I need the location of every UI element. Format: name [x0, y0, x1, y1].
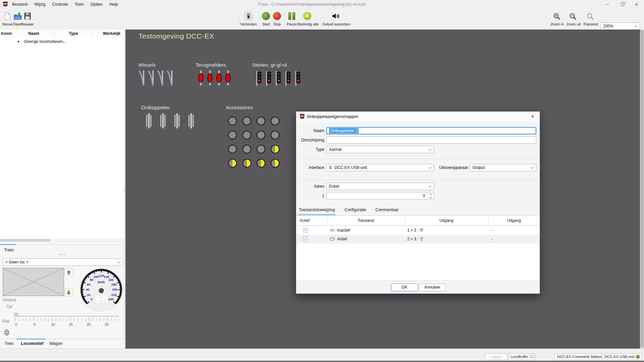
accessoire-button[interactable]	[228, 117, 237, 125]
ontkoppelaar-icon[interactable]	[160, 113, 166, 128]
accessoire-button[interactable]	[257, 145, 265, 154]
command-station-status[interactable]: DCC-EX Command Station	[555, 353, 609, 360]
scrollbar-thumb[interactable]	[0, 239, 50, 242]
usb-unit-status[interactable]: DCC-EX USB-unit	[602, 353, 642, 360]
col-uitgang-1[interactable]: Uitgang	[405, 216, 488, 226]
table-row[interactable]: ✓ Inactief 1 = 3 : '0' -	[296, 226, 540, 235]
col-toestand[interactable]: Toestand	[327, 216, 405, 226]
tree-header-blank[interactable]	[93, 29, 98, 38]
accessoire-button[interactable]	[228, 145, 237, 154]
speed-up-button[interactable]	[65, 268, 73, 276]
sein-icon[interactable]	[285, 71, 290, 86]
tree-header-icoon[interactable]: Icoon	[0, 29, 13, 38]
sein-icon[interactable]	[295, 71, 300, 86]
adres-number-input[interactable]: 3	[326, 192, 434, 199]
stop-button[interactable]	[273, 12, 281, 20]
interface-select[interactable]: SDCC-EX USB-unit	[326, 164, 434, 171]
accessoire-button[interactable]	[228, 131, 237, 139]
scrollbar-thumb[interactable]	[640, 30, 644, 348]
terugmelder-icon[interactable]	[225, 70, 231, 85]
actief-checkbox[interactable]: ✓	[303, 228, 308, 233]
col-actief[interactable]: Actief	[300, 216, 310, 226]
pauze-button[interactable]	[288, 12, 296, 20]
accessoire-button[interactable]	[243, 159, 251, 168]
start-button[interactable]	[262, 12, 270, 20]
open-button[interactable]	[13, 12, 22, 21]
menu-controle[interactable]: Controle	[49, 0, 71, 9]
accessoire-button[interactable]	[243, 117, 251, 125]
accessoire-button[interactable]	[257, 159, 265, 168]
accessoire-button[interactable]	[257, 117, 265, 125]
wissel-icon[interactable]	[157, 70, 164, 85]
terugmelder-icon[interactable]	[207, 70, 213, 85]
tab-commentaar[interactable]: Commentaar	[375, 207, 398, 212]
menu-wijzig[interactable]: Wijzig	[31, 0, 49, 9]
sein-icon[interactable]	[266, 71, 271, 86]
tab-configuratie[interactable]: Configuratie	[344, 207, 366, 212]
tree-header-werkelijk[interactable]: Werkelijk	[98, 29, 125, 38]
zoom-uit-button[interactable]	[569, 12, 577, 21]
ontkoppelaar-icon[interactable]	[174, 113, 180, 128]
sein-icon[interactable]	[256, 71, 261, 86]
dialog-close-button[interactable]: ✕	[526, 112, 540, 122]
omschrijving-input[interactable]	[326, 136, 536, 144]
tab-trein[interactable]: Trein	[4, 341, 14, 346]
ontkoppelaar-icon[interactable]	[146, 113, 152, 128]
terugmelder-icon[interactable]	[198, 70, 204, 85]
stap-slider-track[interactable]	[14, 316, 119, 317]
tree-row[interactable]: ● Overige locomotieven...	[0, 38, 125, 45]
adres-number-spinner[interactable]	[427, 192, 434, 199]
tree-header-naam[interactable]: Naam	[13, 29, 55, 38]
tree-header-type[interactable]: Type	[55, 29, 93, 38]
accessoire-button[interactable]	[243, 145, 251, 154]
bewaar-button[interactable]	[23, 12, 32, 21]
menu-bestand[interactable]: Bestand	[9, 0, 31, 9]
accessoire-button[interactable]	[271, 159, 279, 168]
type-select[interactable]: Aan/uit	[326, 146, 434, 153]
accessoire-button[interactable]	[257, 131, 265, 139]
accessoire-button[interactable]	[228, 159, 237, 168]
splitter-handle[interactable]	[59, 254, 65, 255]
speed-down-button[interactable]	[65, 289, 73, 296]
canvas-vertical-scrollbar[interactable]	[640, 29, 644, 349]
terugmelder-icon[interactable]	[216, 70, 222, 85]
actief-checkbox[interactable]: ✓	[303, 237, 308, 241]
uitvoerapparaat-select[interactable]: Output	[470, 164, 536, 171]
menu-help[interactable]: Help	[106, 0, 121, 9]
accessoire-button[interactable]	[271, 145, 279, 154]
close-button[interactable]: ✕	[630, 0, 643, 9]
annuleer-button[interactable]: Annuleer	[419, 284, 446, 291]
zoom-in-button[interactable]	[553, 12, 561, 21]
loc-select[interactable]: < Geen loc >	[3, 258, 123, 266]
verbinden-button[interactable]	[245, 12, 253, 21]
passend-button[interactable]	[586, 12, 594, 21]
ontkoppelaar-icon[interactable]	[188, 113, 194, 128]
zoom-level-select[interactable]: 200%	[600, 22, 640, 30]
minimize-button[interactable]	[600, 0, 614, 9]
accessoire-button[interactable]	[271, 131, 279, 139]
adres-mode-select[interactable]: Enkel	[326, 183, 434, 190]
panel-splitter[interactable]	[124, 29, 125, 349]
tab-wagon[interactable]: Wagon	[49, 341, 62, 346]
tab-toestandstoewijzing[interactable]: Toestandstoewijzing	[299, 207, 335, 212]
menu-toon[interactable]: Toon	[71, 0, 87, 9]
menu-opties[interactable]: Opties	[87, 0, 106, 9]
restore-button[interactable]	[615, 0, 629, 9]
decoupler-icon[interactable]	[4, 329, 9, 337]
naam-input[interactable]: Ontkoppelaar 2	[326, 127, 536, 134]
wissel-icon[interactable]	[167, 70, 173, 85]
geluid-button[interactable]	[332, 12, 340, 21]
wissel-icon[interactable]	[148, 70, 155, 85]
nieuw-button[interactable]	[3, 12, 11, 21]
col-uitgang-2[interactable]: Uitgang	[488, 216, 540, 226]
beeindig-alle-button[interactable]: ✕	[303, 12, 311, 20]
accessoire-button[interactable]	[243, 131, 251, 139]
tree-horizontal-scrollbar[interactable]	[0, 239, 125, 242]
tab-locomotief[interactable]: Locomotief	[21, 341, 43, 346]
wissel-icon[interactable]	[139, 70, 145, 85]
locobuffer-status[interactable]: LocoBuffer	[508, 353, 535, 360]
table-row[interactable]: ✓ Actief 2 = 3 : '1' -	[296, 235, 540, 243]
accessoire-button[interactable]	[271, 117, 279, 125]
sein-icon[interactable]	[275, 71, 281, 86]
ok-button[interactable]: OK	[391, 284, 418, 291]
